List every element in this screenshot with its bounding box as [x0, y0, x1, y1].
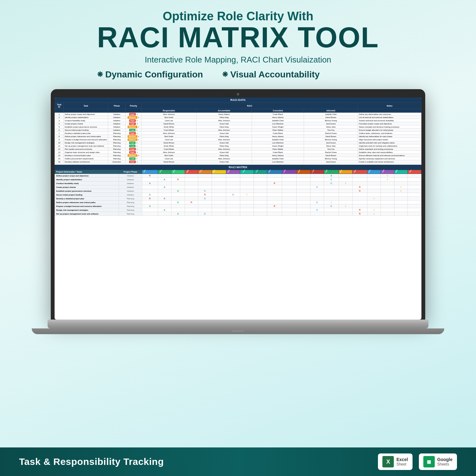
excel-badge[interactable]: X Excel Sheet: [378, 453, 413, 470]
cell-accountable: Olivia King: [196, 125, 252, 129]
gsheets-badge[interactable]: ▦ Google Sheets: [419, 453, 457, 470]
cell-consulted: Isabella Clark: [252, 157, 304, 160]
priority-badge: Low: [129, 129, 136, 131]
cell-informed: Monica Young: [304, 138, 358, 141]
table-row: 2 Identify project stakeholders Initiati…: [55, 116, 421, 119]
matrix-phase: Planning: [119, 197, 142, 201]
matrix-cell: [240, 212, 254, 216]
cell-task: Identify project stakeholders: [64, 116, 108, 119]
dropdown-arrow[interactable]: ▼: [136, 129, 138, 131]
laptop-screen: RACI DATA Task ID Task Phase Priority RA…: [55, 97, 421, 320]
matrix-cell: [267, 189, 282, 193]
cell-consulted: Isabella Clark: [252, 138, 304, 141]
matrix-cell: [198, 201, 212, 204]
cell-phase: Initiation: [108, 116, 126, 119]
matrix-cell: I: [339, 204, 353, 208]
matrix-cell: [394, 208, 408, 212]
matrix-cell: [171, 193, 185, 197]
matrix-cell: [367, 185, 381, 189]
matrix-cell: [394, 178, 408, 182]
cell-notes: Formalize project scope and objectives: [358, 122, 421, 125]
matrix-cell: [226, 204, 240, 208]
matrix-cell: [198, 185, 212, 189]
matrix-cell: [240, 208, 254, 212]
matrix-cell: [297, 174, 310, 178]
dropdown-arrow[interactable]: ▼: [136, 142, 138, 144]
dropdown-arrow[interactable]: ▼: [136, 161, 138, 163]
cell-informed: Jack Evans: [304, 160, 358, 163]
matrix-cell: [240, 182, 254, 185]
matrix-task: Prepare a budget forecast and resource a…: [55, 204, 119, 208]
priority-badge: High: [129, 151, 136, 154]
matrix-cell: [267, 178, 282, 182]
matrix-phase: Initiation: [119, 178, 142, 182]
dropdown-arrow[interactable]: ▼: [136, 123, 138, 125]
cell-notes: List all internal and external stakehold…: [358, 116, 421, 119]
matrix-cell: [158, 193, 171, 197]
dropdown-arrow[interactable]: ▼: [136, 113, 138, 115]
dropdown-arrow[interactable]: ▼: [136, 158, 138, 160]
cell-responsible: Carol Lee: [142, 138, 196, 141]
matrix-row: Design risk management strategiesPlannin…: [55, 208, 421, 212]
matrix-cell: [282, 185, 296, 189]
cell-id: 16: [55, 160, 64, 163]
cell-id: 7: [55, 132, 64, 135]
matrix-cell: I: [367, 197, 381, 201]
matrix-cell: [254, 208, 267, 212]
matrix-cell: [171, 185, 185, 189]
cell-phase: Initiation: [108, 113, 126, 116]
cell-informed: Monica Young: [304, 157, 358, 160]
excel-label: Excel: [396, 457, 408, 462]
dropdown-arrow[interactable]: ▼: [136, 151, 138, 153]
cell-phase: Planning: [108, 157, 126, 160]
cell-id: 15: [55, 157, 64, 160]
matrix-cell: [339, 201, 353, 204]
priority-badge: High: [129, 119, 136, 122]
cell-informed: Rachel Green: [304, 132, 358, 135]
raci-matrix-title: RACI MATRIX: [55, 165, 421, 170]
matrix-col-header: Luis Martinez: [282, 170, 296, 174]
macbook-label: MacBook Pro: [32, 328, 444, 332]
dropdown-arrow[interactable]: ▼: [138, 155, 139, 156]
dropdown-arrow[interactable]: ▼: [136, 120, 138, 122]
cell-informed: David Brown: [304, 154, 358, 157]
cell-phase: Initiation: [108, 119, 126, 122]
matrix-col-header: Olivia King: [171, 170, 185, 174]
matrix-cell: [212, 204, 226, 208]
subtitle-text: Interactive Role Mapping, RACI Chart Vis…: [97, 55, 379, 65]
matrix-cell: [381, 197, 394, 201]
col-notes: Notes: [358, 103, 421, 109]
dropdown-arrow[interactable]: ▼: [138, 116, 139, 118]
matrix-cell: [267, 212, 282, 216]
matrix-cell: [142, 189, 158, 193]
matrix-cell: [352, 178, 367, 182]
matrix-cell: [198, 178, 212, 182]
cell-task: Define project scope and objectives: [64, 113, 108, 116]
cell-task: Outline procurement requirements: [64, 157, 108, 160]
dropdown-arrow[interactable]: ▼: [136, 145, 138, 147]
dropdown-arrow[interactable]: ▼: [136, 132, 138, 134]
cell-task: Organize team structure and assign roles: [64, 151, 108, 154]
dropdown-arrow[interactable]: ▼: [138, 126, 139, 128]
dropdown-arrow[interactable]: ▼: [138, 139, 139, 141]
footer-text: Task & Responsibility Tracking: [19, 456, 164, 467]
col-priority2: [126, 109, 142, 113]
matrix-cell: [142, 185, 158, 189]
col-notes2: [358, 109, 421, 113]
app-badges: X Excel Sheet ▦ Google Sheets: [378, 453, 457, 470]
dropdown-arrow[interactable]: ▼: [138, 136, 139, 137]
priority-badge: High: [129, 132, 136, 135]
matrix-cell: [324, 189, 339, 193]
dropdown-arrow[interactable]: ▼: [136, 148, 138, 150]
priority-badge: Low: [129, 157, 136, 160]
footer-section: Task & Responsibility Tracking X Excel S…: [0, 447, 476, 476]
matrix-cell: R: [352, 208, 367, 212]
matrix-col-header: Peter Walker: [226, 170, 240, 174]
matrix-cell: [282, 204, 296, 208]
col-taskid2: [55, 109, 64, 113]
matrix-cell: I: [367, 208, 381, 212]
matrix-cell: [212, 193, 226, 197]
cell-notes: Create a scalable and robust architectur…: [358, 160, 421, 163]
priority-badge: Low: [129, 142, 136, 144]
matrix-cell: [310, 189, 324, 193]
